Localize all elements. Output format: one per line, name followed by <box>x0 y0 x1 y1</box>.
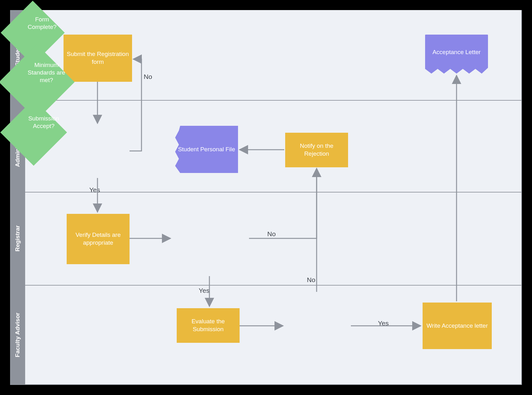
lane-label: Faculty Advisor <box>14 313 21 357</box>
node-text: Evaluate the Submission <box>179 318 237 333</box>
lane-separator <box>25 285 522 286</box>
edge-label-yes: Yes <box>199 287 209 294</box>
node-text: Acceptance Letter <box>432 48 480 56</box>
lane-header-registrar: Registrar <box>10 192 25 285</box>
node-acceptance-letter: Acceptance Letter <box>425 35 488 74</box>
edge-label-no: No <box>267 230 276 238</box>
node-student-file: Student Personal File <box>175 126 238 173</box>
edge-label-no: No <box>144 73 152 81</box>
node-verify-details: Verify Details are appropriate <box>67 214 130 264</box>
node-write-acceptance: Write Acceptance letter <box>423 303 492 349</box>
lane-header-faculty: Faculty Advisor <box>10 285 25 385</box>
node-evaluate-submission: Evaluate the Submission <box>177 308 240 343</box>
edge-label-yes: Yes <box>378 320 389 327</box>
node-text: Form Complete? <box>19 14 65 33</box>
lane-label: Registrar <box>14 225 21 251</box>
swimlane-canvas: Student Administration Registrar Faculty… <box>10 10 522 385</box>
node-text: Student Personal File <box>178 146 235 153</box>
node-text: Submit the Registration form <box>66 50 130 66</box>
node-submit-registration: Submit the Registration form <box>64 35 132 82</box>
node-text: Write Acceptance letter <box>426 322 488 330</box>
node-text: Verify Details are appropriate <box>69 231 127 247</box>
edge-label-no: No <box>307 276 315 284</box>
diagram-frame: Student Administration Registrar Faculty… <box>0 0 532 395</box>
canvas-right-border <box>521 10 522 385</box>
lane-separator <box>25 100 522 101</box>
node-text: Notify on the Rejection <box>288 142 346 158</box>
canvas-bottom-border <box>10 384 522 385</box>
node-text: Minimum Standards are met? <box>20 59 73 86</box>
edge-label-yes: Yes <box>89 186 100 194</box>
node-text: Submission Accept? <box>20 113 67 132</box>
node-notify-rejection: Notify on the Rejection <box>285 133 348 167</box>
